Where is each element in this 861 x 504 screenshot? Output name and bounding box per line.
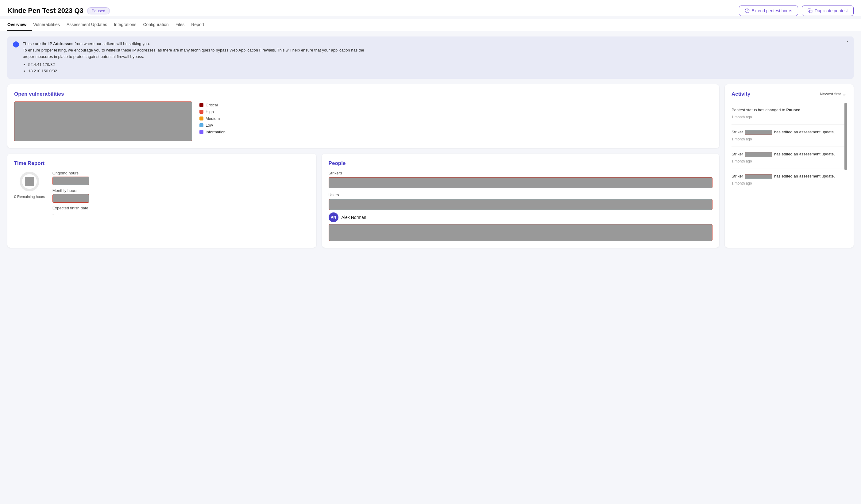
svg-rect-1 [809,10,812,13]
strikers-label: Strikers [329,171,712,176]
status-badge: Paused [87,8,110,14]
header-actions: Extend pentest hours Duplicate pentest [739,5,854,16]
legend-dot-information [200,130,203,134]
vulnerabilities-chart [14,101,192,141]
legend-medium: Medium [200,116,226,121]
legend-low: Low [200,123,226,127]
user-name-alex: Alex Norman [342,215,366,220]
scrollbar-thumb[interactable] [845,103,847,170]
avatar-alex: AN [329,212,339,222]
info-icon: i [13,41,19,47]
expected-finish-label: Expected finish date [53,206,310,210]
ongoing-hours-group: Ongoing hours [53,171,310,185]
duplicate-pentest-button[interactable]: Duplicate pentest [802,5,853,16]
activity-item-3: Striker has edited an assessment update.… [732,147,847,169]
activity-timestamp-2: 1 month ago [732,137,847,142]
assessment-update-link-3[interactable]: assessment update [799,152,834,156]
activity-items: Pentest status has changed to Paused. 1 … [732,103,847,191]
users-value-redacted-2 [329,224,712,241]
monthly-hours-value-redacted [53,194,89,202]
activity-title: Activity [732,91,750,97]
right-column: Activity Newest first Pentest status has… [725,84,853,248]
header-left: Kinde Pen Test 2023 Q3 Paused [8,7,110,15]
assessment-update-link-2[interactable]: assessment update [799,130,834,134]
time-report-title: Time Report [14,160,310,167]
nav-item-configuration[interactable]: Configuration [143,19,174,31]
legend-dot-low [200,123,203,127]
activity-item-1: Pentest status has changed to Paused. 1 … [732,103,847,125]
time-report-card: Time Report 0 Remaining hours Ongoing ho… [8,154,316,248]
donut-chart [19,171,40,192]
header: Kinde Pen Test 2023 Q3 Paused Extend pen… [0,0,861,16]
assessment-update-link-4[interactable]: assessment update [799,174,834,179]
nav-item-assessment-updates[interactable]: Assessment Updates [67,19,113,31]
users-group: Users AN Alex Norman [329,193,712,241]
strikers-value-redacted [329,177,712,188]
left-column: Open vulnerabilities Critical High Mediu… [8,84,719,248]
donut-wrap: 0 Remaining hours [14,171,45,199]
nav-item-integrations[interactable]: Integrations [114,19,142,31]
legend-information: Information [200,130,226,134]
legend-dot-high [200,110,203,114]
page-title: Kinde Pen Test 2023 Q3 [8,7,83,15]
bottom-row: Time Report 0 Remaining hours Ongoing ho… [8,154,719,248]
clock-icon [745,8,750,13]
activity-timestamp-1: 1 month ago [732,114,847,120]
close-banner-button[interactable]: ⌃ [845,40,849,46]
nav-item-files[interactable]: Files [176,19,190,31]
legend-critical: Critical [200,103,226,107]
vulnerabilities-legend: Critical High Medium Low [200,101,226,134]
time-fields: Ongoing hours Monthly hours Expected fin… [53,171,310,216]
time-report-body: 0 Remaining hours Ongoing hours Monthly … [14,171,310,216]
monthly-hours-group: Monthly hours [53,188,310,202]
vulnerabilities-title: Open vulnerabilities [14,91,712,97]
activity-sort-button[interactable]: Newest first [820,92,847,96]
redacted-striker-3 [745,152,772,157]
legend-dot-medium [200,116,203,121]
donut-label: 0 Remaining hours [14,195,45,199]
nav: Overview Vulnerabilities Assessment Upda… [0,19,861,31]
activity-card: Activity Newest first Pentest status has… [725,84,853,248]
main-content: Open vulnerabilities Critical High Mediu… [0,79,861,253]
activity-timestamp-3: 1 month ago [732,158,847,164]
ongoing-hours-value-redacted [53,177,89,185]
sort-icon [843,92,847,96]
strikers-group: Strikers [329,171,712,188]
info-banner: i These are the IP Addresses from where … [8,37,853,79]
nav-item-overview[interactable]: Overview [8,19,32,31]
redacted-striker-4 [745,174,772,179]
user-row-alex: AN Alex Norman [329,212,712,222]
legend-dot-critical [200,103,203,107]
vulnerabilities-card: Open vulnerabilities Critical High Mediu… [8,84,719,148]
nav-item-vulnerabilities[interactable]: Vulnerabilities [33,19,65,31]
activity-header: Activity Newest first [732,91,847,97]
redacted-striker-2 [745,130,772,135]
people-section: Strikers Users AN Alex Norman [329,171,712,241]
ongoing-hours-label: Ongoing hours [53,171,310,176]
nav-item-report[interactable]: Report [191,19,209,31]
expected-finish-value: - [53,211,310,216]
activity-item-2: Striker has edited an assessment update.… [732,125,847,147]
extend-pentest-button[interactable]: Extend pentest hours [739,5,798,16]
legend-high: High [200,110,226,114]
users-value-redacted-1 [329,199,712,210]
vulnerabilities-chart-area: Critical High Medium Low [14,101,712,141]
users-label: Users [329,193,712,197]
copy-icon [808,8,812,13]
activity-timestamp-4: 1 month ago [732,181,847,186]
people-title: People [329,160,712,167]
monthly-hours-label: Monthly hours [53,188,310,193]
expected-finish-group: Expected finish date - [53,206,310,216]
activity-item-4: Striker has edited an assessment update.… [732,169,847,191]
svg-rect-4 [25,177,34,186]
info-banner-text: These are the IP Addresses from where ou… [23,41,364,74]
people-card: People Strikers Users AN Alex Norman [322,154,719,248]
